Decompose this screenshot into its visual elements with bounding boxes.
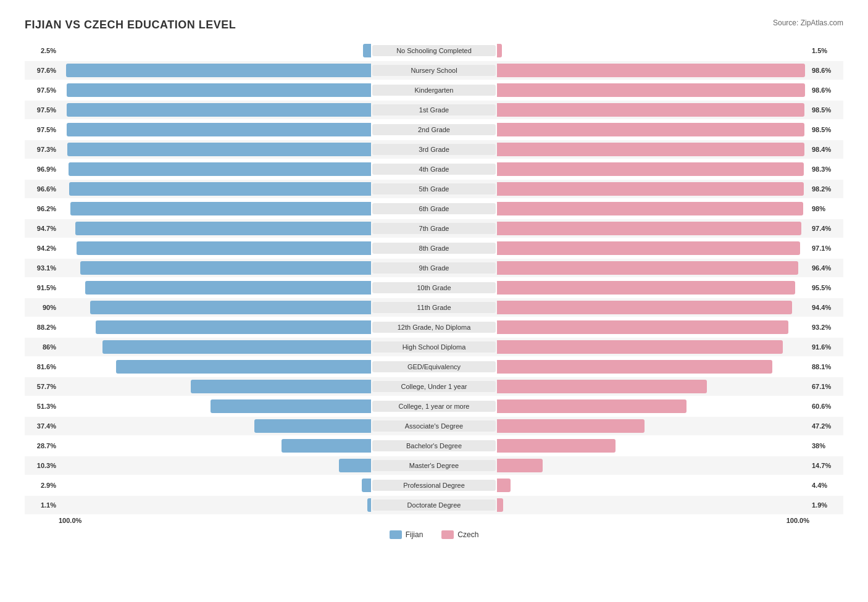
right-bar-container [497,182,809,196]
fijian-bar [66,64,371,77]
left-bar-container [59,479,371,492]
czech-value: 97.4% [809,225,843,232]
left-bar-container [59,320,371,334]
bar-row: 90%11th Grade94.4% [25,298,843,317]
czech-bar [497,182,804,196]
fijian-bar [191,380,371,393]
chart-container: FIJIAN VS CZECH EDUCATION LEVEL Source: … [12,12,856,545]
education-label: 2nd Grade [372,124,496,135]
bar-row: 51.3%College, 1 year or more60.6% [25,397,843,416]
czech-value: 95.5% [809,284,843,291]
fijian-bar [339,459,371,472]
education-label: 12th Grade, No Diploma [372,322,496,333]
right-bar-container [497,419,809,433]
czech-bar [497,340,783,354]
bar-row: 94.7%7th Grade97.4% [25,219,843,238]
czech-bar [497,162,804,176]
czech-value: 67.1% [809,383,843,390]
fijian-bar [70,202,371,215]
czech-value: 38% [809,442,843,449]
fijian-value: 51.3% [25,403,59,410]
education-label: Master's Degree [372,460,496,471]
fijian-bar [116,360,371,374]
fijian-bar [282,439,371,453]
right-bar-container [497,261,809,275]
chart-title: FIJIAN VS CZECH EDUCATION LEVEL [25,19,236,31]
czech-value: 1.9% [809,501,843,509]
czech-value: 14.7% [809,462,843,469]
czech-value: 98.2% [809,185,843,193]
right-bar-container [497,439,809,453]
czech-bar [497,143,804,156]
fijian-value: 37.4% [25,422,59,430]
bar-row: 93.1%9th Grade96.4% [25,259,843,277]
bar-row: 88.2%12th Grade, No Diploma93.2% [25,318,843,337]
czech-bar [497,360,772,374]
education-label: 8th Grade [372,243,496,254]
fijian-value: 97.6% [25,67,59,74]
czech-value: 98.6% [809,67,843,74]
fijian-bar [75,222,371,235]
fijian-label: Fijian [406,530,424,539]
fijian-color-swatch [390,530,402,539]
czech-value: 47.2% [809,422,843,430]
fijian-bar [67,83,371,97]
left-bar-container [59,123,371,136]
bar-row: 96.2%6th Grade98% [25,199,843,218]
right-bar-container [497,301,809,314]
bottom-left-label: 100.0% [59,517,81,524]
left-bar-container [59,281,371,295]
fijian-bar [96,320,371,334]
czech-value: 94.4% [809,304,843,311]
czech-value: 88.1% [809,363,843,370]
legend: Fijian Czech [25,530,843,539]
legend-czech: Czech [441,530,478,539]
czech-label: Czech [457,530,478,539]
left-bar-container [59,103,371,117]
education-label: Associate's Degree [372,420,496,432]
bar-row: 86%High School Diploma91.6% [25,338,843,356]
fijian-value: 97.5% [25,126,59,133]
czech-value: 93.2% [809,324,843,331]
czech-bar [497,83,805,97]
left-bar-container [59,498,371,512]
czech-value: 98.6% [809,86,843,94]
left-bar-container [59,261,371,275]
fijian-value: 91.5% [25,284,59,291]
left-bar-container [59,459,371,472]
fijian-value: 57.7% [25,383,59,390]
czech-value: 98.3% [809,165,843,173]
education-label: 3rd Grade [372,144,496,155]
right-bar-container [497,222,809,235]
fijian-bar [85,281,371,295]
right-bar-container [497,64,809,77]
czech-bar [497,44,502,57]
bar-row: 96.9%4th Grade98.3% [25,160,843,178]
fijian-bar [362,479,371,492]
education-label: 10th Grade [372,282,496,293]
legend-fijian: Fijian [390,530,424,539]
left-bar-container [59,439,371,453]
chart-source: Source: ZipAtlas.com [773,19,843,27]
education-label: College, 1 year or more [372,401,496,412]
fijian-value: 10.3% [25,462,59,469]
bar-row: 2.5%No Schooling Completed1.5% [25,41,843,60]
right-bar-container [497,123,809,136]
bar-row: 91.5%10th Grade95.5% [25,278,843,297]
fijian-value: 28.7% [25,442,59,449]
bar-row: 10.3%Master's Degree14.7% [25,456,843,475]
fijian-bar [67,103,371,117]
left-bar-container [59,143,371,156]
czech-color-swatch [441,530,454,539]
fijian-bar [69,182,371,196]
czech-bar [497,320,788,334]
bar-row: 97.3%3rd Grade98.4% [25,140,843,159]
czech-value: 98.5% [809,126,843,133]
fijian-value: 96.6% [25,185,59,193]
left-bar-container [59,64,371,77]
czech-bar [497,64,805,77]
right-bar-container [497,498,809,512]
education-label: No Schooling Completed [372,45,496,56]
bar-row: 96.6%5th Grade98.2% [25,180,843,198]
fijian-bar [67,123,371,136]
